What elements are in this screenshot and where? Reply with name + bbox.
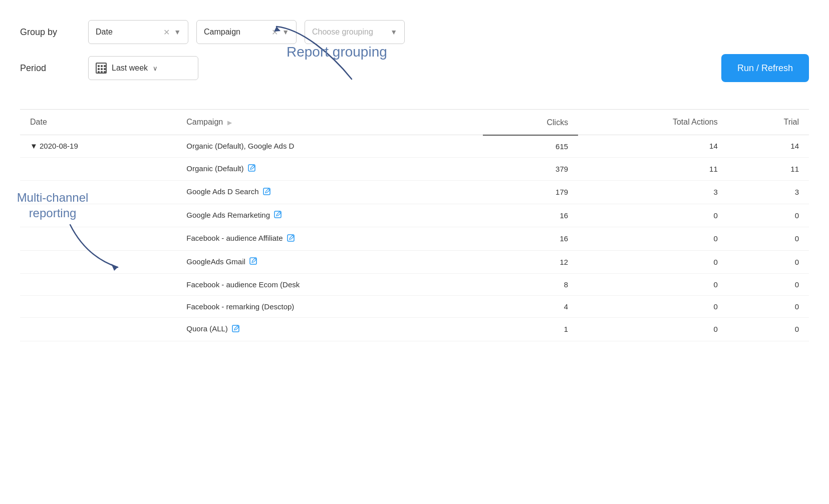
col-header-date: Date [20,110,176,135]
edit-campaign-icon[interactable] [274,211,282,220]
edit-campaign-icon[interactable] [263,188,271,197]
cell-trial: 0 [728,250,809,274]
table-row: Facebook - remarking (Desctop)400 [20,296,809,318]
col-header-clicks: Clicks [483,110,578,135]
cell-clicks: 16 [483,227,578,251]
group-by-row: Group by Date ✕ ▼ Campaign ✕ ▼ Choose gr… [20,20,809,44]
table-row: ▼ 2020-08-19Organic (Default), Google Ad… [20,135,809,158]
page-wrapper: Group by Date ✕ ▼ Campaign ✕ ▼ Choose gr… [20,10,809,341]
grouping1-dropdown[interactable]: Date ✕ ▼ [88,20,188,44]
chevron-down-icon: ▼ [390,28,397,36]
cell-date [20,157,176,181]
cell-total-actions: 14 [578,135,728,158]
cell-total-actions: 11 [578,157,728,181]
multichannel-annotation: Multi-channelreporting [10,190,95,221]
cell-campaign: Google Ads Remarketing [176,204,483,227]
cell-campaign: Google Ads D Search [176,181,483,204]
col-header-campaign: Campaign ▶ [176,110,483,135]
cell-trial: 14 [728,135,809,158]
cell-clicks: 8 [483,274,578,296]
cell-clicks: 379 [483,157,578,181]
cell-total-actions: 0 [578,296,728,318]
cell-campaign: Organic (Default), Google Ads D [176,135,483,158]
svg-marker-1 [111,264,118,271]
campaign-sort-icon: ▶ [227,119,232,126]
run-refresh-button[interactable]: Run / Refresh [721,54,809,82]
calendar-icon [96,63,107,74]
cell-date [20,296,176,318]
cell-trial: 0 [728,318,809,341]
edit-campaign-icon[interactable] [232,325,240,334]
edit-campaign-icon[interactable] [248,164,256,174]
grouping2-value: Campaign [204,28,267,37]
cell-total-actions: 0 [578,274,728,296]
clear-grouping1-icon[interactable]: ✕ [163,28,170,37]
table-container: Multi-channelreporting Date Campaign ▶ C… [20,109,809,341]
cell-clicks: 179 [483,181,578,204]
cell-trial: 11 [728,157,809,181]
period-label: Period [20,63,80,74]
controls-section: Group by Date ✕ ▼ Campaign ✕ ▼ Choose gr… [20,10,809,109]
edit-campaign-icon[interactable] [249,257,257,267]
cell-total-actions: 0 [578,250,728,274]
cell-campaign: Facebook - remarking (Desctop) [176,296,483,318]
cell-trial: 0 [728,274,809,296]
table-header-row: Date Campaign ▶ Clicks Total Actions Tri… [20,110,809,135]
cell-trial: 0 [728,204,809,227]
cell-trial: 3 [728,181,809,204]
col-header-total-actions: Total Actions [578,110,728,135]
table-row: Quora (ALL) 100 [20,318,809,341]
cell-clicks: 615 [483,135,578,158]
cell-total-actions: 0 [578,318,728,341]
grouping1-value: Date [96,28,159,37]
report-grouping-annotation: Report grouping [287,44,387,60]
cell-total-actions: 3 [578,181,728,204]
cell-campaign: Quora (ALL) [176,318,483,341]
expand-arrow-icon[interactable]: ▼ [30,142,38,150]
cell-campaign: Facebook - audience Ecom (Desk [176,274,483,296]
table-row: Organic (Default) 3791111 [20,157,809,181]
group-by-label: Group by [20,27,80,38]
edit-campaign-icon[interactable] [287,234,295,244]
cell-date: ▼ 2020-08-19 [20,135,176,158]
cell-campaign: Organic (Default) [176,157,483,181]
table-row: Google Ads D Search 17933 [20,181,809,204]
cell-date [20,318,176,341]
cell-campaign: Facebook - audience Affiliate [176,227,483,251]
cell-total-actions: 0 [578,204,728,227]
cell-trial: 0 [728,227,809,251]
col-header-trial: Trial [728,110,809,135]
cell-campaign: GoogleAds Gmail [176,250,483,274]
multichannel-arrow [40,220,140,280]
cell-trial: 0 [728,296,809,318]
chevron-down-icon: ▼ [174,28,181,36]
cell-clicks: 12 [483,250,578,274]
cell-clicks: 4 [483,296,578,318]
cell-clicks: 1 [483,318,578,341]
period-dropdown[interactable]: Last week ∨ [88,56,198,80]
cell-total-actions: 0 [578,227,728,251]
period-chevron-icon: ∨ [153,65,158,72]
period-value: Last week [112,64,148,73]
cell-clicks: 16 [483,204,578,227]
